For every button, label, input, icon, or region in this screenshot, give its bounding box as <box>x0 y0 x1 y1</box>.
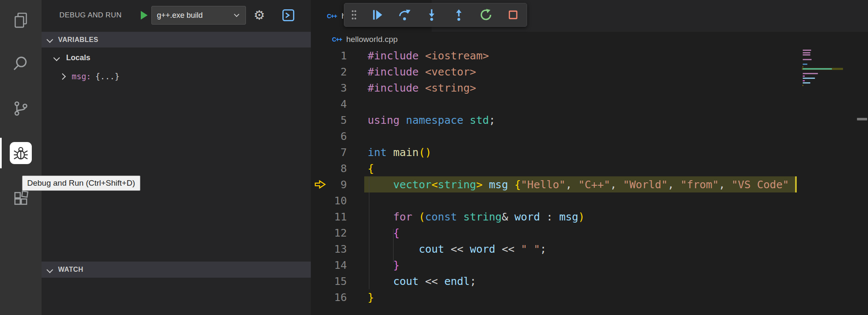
files-icon <box>12 11 30 29</box>
line-number[interactable]: 3 <box>327 82 347 94</box>
cpp-file-icon: C++ <box>327 13 337 20</box>
tooltip: Debug and Run (Ctrl+Shift+D) <box>22 176 140 191</box>
code-line[interactable]: 15 cout << endl; <box>311 273 868 289</box>
debug-sidebar: DEBUG AND RUN g++.exe build ⚙ VARIABLES … <box>42 0 311 315</box>
line-text: for (const string& word : msg) <box>368 211 585 223</box>
code-line[interactable]: 3#include <string> <box>311 80 868 96</box>
extensions-icon <box>12 190 30 207</box>
line-text: } <box>368 259 399 271</box>
debug-current-line-arrow <box>314 179 326 190</box>
line-text: cout << word << " "; <box>368 243 547 255</box>
continue-button[interactable] <box>367 5 388 25</box>
line-number[interactable]: 15 <box>327 275 347 287</box>
code-line[interactable]: 10 <box>311 192 868 209</box>
sidebar-header: DEBUG AND RUN g++.exe build ⚙ <box>42 0 311 32</box>
variable-value: {...} <box>95 72 120 81</box>
chevron-down-icon <box>53 54 60 61</box>
chevron-down-icon <box>47 266 53 273</box>
watch-label: WATCH <box>58 266 83 273</box>
line-number[interactable]: 4 <box>327 98 347 110</box>
breadcrumb[interactable]: C++ helloworld.cpp <box>311 32 868 47</box>
code-line[interactable]: 16} <box>311 289 868 305</box>
variables-label: VARIABLES <box>58 36 98 44</box>
line-number[interactable]: 16 <box>327 291 347 304</box>
line-text: vector<string> msg {"Hello", "C++", "Wor… <box>368 178 789 191</box>
line-number[interactable]: 6 <box>327 130 347 142</box>
line-text: #include <string> <box>368 82 476 94</box>
step-over-button[interactable] <box>394 5 415 25</box>
line-number[interactable]: 2 <box>327 66 347 78</box>
code-line[interactable]: 5using namespace std; <box>311 112 868 128</box>
source-control-icon <box>12 100 30 117</box>
tooltip-text: Debug and Run (Ctrl+Shift+D) <box>27 178 135 188</box>
variables-section-header[interactable]: VARIABLES <box>42 32 311 47</box>
line-text: using namespace std; <box>368 114 495 126</box>
line-text: int main() <box>368 146 432 159</box>
code-line[interactable]: 9 vector<string> msg {"Hello", "C++", "W… <box>311 176 868 192</box>
debug-icon <box>10 142 32 164</box>
start-debugging-button[interactable] <box>137 9 150 22</box>
chevron-down-icon <box>47 36 53 43</box>
sidebar-title: DEBUG AND RUN <box>59 11 122 20</box>
line-text: } <box>368 291 374 304</box>
restart-button[interactable] <box>476 5 496 25</box>
console-glyph <box>282 8 295 22</box>
drag-handle[interactable] <box>347 9 360 20</box>
line-number[interactable]: 1 <box>327 50 347 62</box>
continue-icon <box>371 8 384 21</box>
line-number[interactable]: 13 <box>327 243 347 255</box>
line-number[interactable]: 7 <box>327 146 347 159</box>
line-number[interactable]: 11 <box>327 211 347 223</box>
debug-console-icon[interactable] <box>282 8 295 24</box>
code-line[interactable]: 8{ <box>311 160 868 176</box>
step-into-button[interactable] <box>421 5 442 25</box>
explorer-button[interactable] <box>0 2 42 38</box>
line-number[interactable]: 10 <box>327 195 347 207</box>
line-text: { <box>368 162 374 175</box>
locals-label: Locals <box>66 53 90 62</box>
variable-row-msg[interactable]: msg: {...} <box>42 67 311 86</box>
watch-section-header[interactable]: WATCH <box>42 262 311 278</box>
code-line[interactable]: 4 <box>311 96 868 112</box>
search-button[interactable] <box>0 45 42 82</box>
line-number[interactable]: 9 <box>327 178 347 191</box>
cpp-file-icon: C++ <box>332 36 342 43</box>
line-number[interactable]: 12 <box>327 227 347 239</box>
activity-bar <box>0 0 42 315</box>
debug-toolbar <box>344 3 527 27</box>
breadcrumb-file-label: helloworld.cpp <box>346 35 397 44</box>
indent-guide <box>393 229 394 263</box>
code-line[interactable]: 2#include <vector> <box>311 64 868 80</box>
code-line[interactable]: 12 { <box>311 225 868 241</box>
stop-icon <box>507 9 519 21</box>
line-number[interactable]: 14 <box>327 259 347 271</box>
stop-button[interactable] <box>503 5 523 25</box>
step-into-icon <box>425 8 438 21</box>
code-line[interactable]: 11 for (const string& word : msg) <box>311 209 868 225</box>
step-out-icon <box>452 8 465 21</box>
code-line[interactable]: 14 } <box>311 257 868 273</box>
gear-icon[interactable]: ⚙ <box>254 8 265 23</box>
code-line[interactable]: 6 <box>311 128 868 144</box>
chevron-right-icon <box>59 73 66 80</box>
search-icon <box>12 55 30 72</box>
line-number[interactable]: 5 <box>327 114 347 126</box>
code-line[interactable]: 13 cout << word << " "; <box>311 241 868 257</box>
debug-config-dropdown[interactable]: g++.exe build <box>151 6 246 25</box>
line-text: #include <vector> <box>368 66 476 78</box>
line-text: cout << endl; <box>368 275 476 287</box>
source-control-button[interactable] <box>0 90 42 127</box>
code-line[interactable]: 1#include <iostream> <box>311 47 868 64</box>
step-over-icon <box>398 8 411 21</box>
run-and-debug-button[interactable] <box>0 135 42 171</box>
line-text: { <box>368 227 399 239</box>
code-lines: 1#include <iostream>2#include <vector>3#… <box>311 47 868 305</box>
code-line[interactable]: 7int main() <box>311 144 868 160</box>
line-number[interactable]: 8 <box>327 162 347 175</box>
restart-icon <box>480 8 492 21</box>
locals-scope-row[interactable]: Locals <box>42 48 311 67</box>
editor-group: C++ helloworld.cpp ··· C++ h <box>311 0 868 315</box>
step-out-button[interactable] <box>449 5 469 25</box>
bug-glyph <box>13 145 29 161</box>
indent-guide <box>369 177 369 289</box>
